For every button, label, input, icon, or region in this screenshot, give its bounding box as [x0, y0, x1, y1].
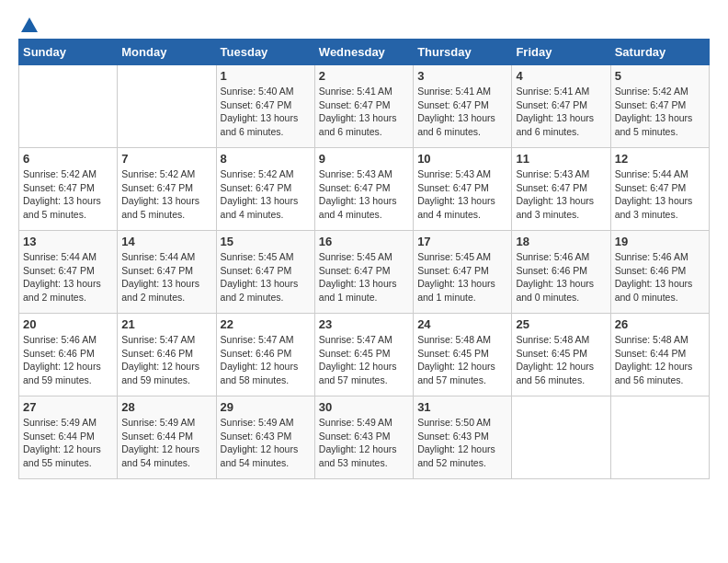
calendar-day-cell: 30Sunrise: 5:49 AM Sunset: 6:43 PM Dayli… [314, 396, 413, 479]
calendar-day-cell: 5Sunrise: 5:42 AM Sunset: 6:47 PM Daylig… [610, 65, 709, 148]
day-number: 6 [23, 152, 113, 166]
day-number: 17 [417, 235, 507, 248]
day-info: Sunrise: 5:42 AM Sunset: 6:47 PM Dayligh… [221, 167, 311, 222]
calendar-day-cell: 31Sunrise: 5:50 AM Sunset: 6:43 PM Dayli… [414, 396, 512, 479]
calendar-day-cell: 14Sunrise: 5:44 AM Sunset: 6:47 PM Dayli… [118, 231, 216, 314]
day-info: Sunrise: 5:45 AM Sunset: 6:47 PM Dayligh… [221, 250, 311, 304]
calendar-day-cell [118, 65, 216, 148]
day-number: 29 [221, 400, 311, 414]
calendar-day-cell: 2Sunrise: 5:41 AM Sunset: 6:47 PM Daylig… [314, 65, 413, 148]
day-number: 22 [221, 317, 311, 331]
day-of-week-header: Saturday [610, 40, 709, 65]
day-info: Sunrise: 5:50 AM Sunset: 6:43 PM Dayligh… [417, 416, 507, 470]
day-number: 4 [516, 69, 606, 83]
calendar-header-row: SundayMondayTuesdayWednesdayThursdayFrid… [19, 40, 710, 65]
day-of-week-header: Monday [118, 40, 216, 65]
calendar-day-cell: 12Sunrise: 5:44 AM Sunset: 6:47 PM Dayli… [610, 148, 709, 231]
calendar-day-cell: 27Sunrise: 5:49 AM Sunset: 6:44 PM Dayli… [19, 396, 118, 479]
day-number: 14 [121, 235, 211, 248]
calendar-day-cell: 9Sunrise: 5:43 AM Sunset: 6:47 PM Daylig… [314, 148, 413, 231]
calendar-day-cell: 15Sunrise: 5:45 AM Sunset: 6:47 PM Dayli… [216, 231, 314, 314]
day-of-week-header: Sunday [19, 40, 118, 65]
calendar-day-cell: 29Sunrise: 5:49 AM Sunset: 6:43 PM Dayli… [216, 396, 314, 479]
day-info: Sunrise: 5:44 AM Sunset: 6:47 PM Dayligh… [23, 250, 113, 304]
day-number: 13 [23, 235, 113, 248]
day-number: 3 [417, 69, 507, 83]
day-of-week-header: Friday [512, 40, 610, 65]
day-info: Sunrise: 5:46 AM Sunset: 6:46 PM Dayligh… [23, 333, 113, 387]
calendar-day-cell: 10Sunrise: 5:43 AM Sunset: 6:47 PM Dayli… [414, 148, 512, 231]
day-info: Sunrise: 5:42 AM Sunset: 6:47 PM Dayligh… [23, 167, 113, 222]
calendar-day-cell: 17Sunrise: 5:45 AM Sunset: 6:47 PM Dayli… [414, 231, 512, 314]
calendar-day-cell: 21Sunrise: 5:47 AM Sunset: 6:46 PM Dayli… [118, 314, 216, 396]
calendar-day-cell: 11Sunrise: 5:43 AM Sunset: 6:47 PM Dayli… [512, 148, 610, 231]
day-info: Sunrise: 5:44 AM Sunset: 6:47 PM Dayligh… [615, 167, 705, 222]
calendar-day-cell: 18Sunrise: 5:46 AM Sunset: 6:46 PM Dayli… [512, 231, 610, 314]
calendar-day-cell: 23Sunrise: 5:47 AM Sunset: 6:45 PM Dayli… [314, 314, 413, 396]
svg-marker-0 [21, 17, 38, 32]
calendar-week-row: 1Sunrise: 5:40 AM Sunset: 6:47 PM Daylig… [19, 65, 710, 148]
day-info: Sunrise: 5:48 AM Sunset: 6:45 PM Dayligh… [417, 333, 507, 387]
day-number: 28 [121, 400, 211, 414]
calendar-body: 1Sunrise: 5:40 AM Sunset: 6:47 PM Daylig… [19, 65, 710, 479]
day-number: 30 [319, 400, 409, 414]
day-info: Sunrise: 5:41 AM Sunset: 6:47 PM Dayligh… [516, 85, 606, 139]
day-info: Sunrise: 5:43 AM Sunset: 6:47 PM Dayligh… [516, 167, 606, 222]
calendar-day-cell: 6Sunrise: 5:42 AM Sunset: 6:47 PM Daylig… [19, 148, 118, 231]
calendar-day-cell: 22Sunrise: 5:47 AM Sunset: 6:46 PM Dayli… [216, 314, 314, 396]
calendar-week-row: 13Sunrise: 5:44 AM Sunset: 6:47 PM Dayli… [19, 231, 710, 314]
calendar-day-cell: 19Sunrise: 5:46 AM Sunset: 6:46 PM Dayli… [610, 231, 709, 314]
day-info: Sunrise: 5:45 AM Sunset: 6:47 PM Dayligh… [319, 250, 409, 304]
calendar-week-row: 6Sunrise: 5:42 AM Sunset: 6:47 PM Daylig… [19, 148, 710, 231]
day-number: 9 [319, 152, 409, 166]
day-number: 19 [615, 235, 705, 248]
day-number: 15 [221, 235, 311, 248]
page-header [18, 18, 710, 29]
day-info: Sunrise: 5:46 AM Sunset: 6:46 PM Dayligh… [516, 250, 606, 304]
day-number: 1 [221, 69, 311, 83]
day-info: Sunrise: 5:43 AM Sunset: 6:47 PM Dayligh… [417, 167, 507, 222]
calendar-day-cell [19, 65, 118, 148]
day-number: 8 [221, 152, 311, 166]
day-info: Sunrise: 5:47 AM Sunset: 6:46 PM Dayligh… [221, 333, 311, 387]
calendar-day-cell: 16Sunrise: 5:45 AM Sunset: 6:47 PM Dayli… [314, 231, 413, 314]
day-number: 20 [23, 317, 113, 331]
logo [18, 18, 38, 29]
day-info: Sunrise: 5:41 AM Sunset: 6:47 PM Dayligh… [319, 85, 409, 139]
calendar-week-row: 20Sunrise: 5:46 AM Sunset: 6:46 PM Dayli… [19, 314, 710, 396]
calendar-day-cell: 3Sunrise: 5:41 AM Sunset: 6:47 PM Daylig… [414, 65, 512, 148]
calendar-day-cell: 13Sunrise: 5:44 AM Sunset: 6:47 PM Dayli… [19, 231, 118, 314]
day-info: Sunrise: 5:45 AM Sunset: 6:47 PM Dayligh… [417, 250, 507, 304]
calendar-day-cell: 28Sunrise: 5:49 AM Sunset: 6:44 PM Dayli… [118, 396, 216, 479]
day-info: Sunrise: 5:49 AM Sunset: 6:44 PM Dayligh… [23, 416, 113, 470]
day-number: 23 [319, 317, 409, 331]
day-number: 7 [121, 152, 211, 166]
calendar-day-cell: 24Sunrise: 5:48 AM Sunset: 6:45 PM Dayli… [414, 314, 512, 396]
day-info: Sunrise: 5:48 AM Sunset: 6:44 PM Dayligh… [615, 333, 705, 387]
day-info: Sunrise: 5:41 AM Sunset: 6:47 PM Dayligh… [417, 85, 507, 139]
day-info: Sunrise: 5:48 AM Sunset: 6:45 PM Dayligh… [516, 333, 606, 387]
day-info: Sunrise: 5:49 AM Sunset: 6:43 PM Dayligh… [221, 416, 311, 470]
calendar-day-cell: 20Sunrise: 5:46 AM Sunset: 6:46 PM Dayli… [19, 314, 118, 396]
day-number: 10 [417, 152, 507, 166]
day-info: Sunrise: 5:42 AM Sunset: 6:47 PM Dayligh… [615, 85, 705, 139]
day-info: Sunrise: 5:47 AM Sunset: 6:45 PM Dayligh… [319, 333, 409, 387]
day-number: 26 [615, 317, 705, 331]
calendar-day-cell: 25Sunrise: 5:48 AM Sunset: 6:45 PM Dayli… [512, 314, 610, 396]
day-number: 16 [319, 235, 409, 248]
day-number: 18 [516, 235, 606, 248]
calendar-week-row: 27Sunrise: 5:49 AM Sunset: 6:44 PM Dayli… [19, 396, 710, 479]
day-number: 27 [23, 400, 113, 414]
day-info: Sunrise: 5:47 AM Sunset: 6:46 PM Dayligh… [121, 333, 211, 387]
day-number: 12 [615, 152, 705, 166]
day-number: 11 [516, 152, 606, 166]
calendar-day-cell [610, 396, 709, 479]
calendar-day-cell: 7Sunrise: 5:42 AM Sunset: 6:47 PM Daylig… [118, 148, 216, 231]
day-info: Sunrise: 5:49 AM Sunset: 6:43 PM Dayligh… [319, 416, 409, 470]
day-info: Sunrise: 5:40 AM Sunset: 6:47 PM Dayligh… [221, 85, 311, 139]
day-of-week-header: Wednesday [314, 40, 413, 65]
day-number: 31 [417, 400, 507, 414]
day-number: 2 [319, 69, 409, 83]
day-info: Sunrise: 5:43 AM Sunset: 6:47 PM Dayligh… [319, 167, 409, 222]
day-info: Sunrise: 5:49 AM Sunset: 6:44 PM Dayligh… [121, 416, 211, 470]
